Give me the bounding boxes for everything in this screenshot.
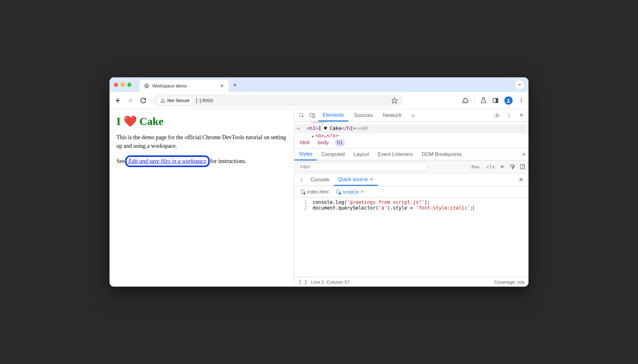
styles-filter-row: :hov .cls (294, 160, 528, 173)
dom-eq: == (356, 126, 361, 131)
heart-icon: ❤️ (123, 115, 137, 127)
minimize-window-button[interactable] (121, 83, 125, 87)
svg-point-28 (301, 179, 302, 180)
drawer-kebab-icon[interactable] (297, 175, 306, 185)
tab-quick-source[interactable]: Quick source ✕ (334, 174, 378, 186)
drawer-tabs: Console Quick source ✕ ✕ (294, 173, 528, 186)
format-braces-icon[interactable]: { } (299, 279, 307, 285)
svg-rect-23 (510, 165, 514, 166)
h1-prefix: I (116, 115, 123, 127)
expand-triangle-icon[interactable]: ▶ (312, 134, 314, 137)
device-toolbar-icon[interactable] (308, 111, 317, 120)
breadcrumb-html[interactable]: html (298, 139, 311, 146)
line-number: 2 (294, 205, 307, 211)
security-chip[interactable]: Not Secure (157, 97, 193, 104)
extensions-icon[interactable] (462, 97, 469, 104)
inspect-element-icon[interactable] (297, 111, 306, 120)
maximize-window-button[interactable] (127, 83, 131, 87)
content-area: I ❤️ Cake This is the demo page for the … (110, 109, 528, 287)
page-paragraph-1: This is the demo page for the official C… (116, 133, 287, 150)
devtools-kebab-icon[interactable] (504, 111, 514, 120)
tab-dom-breakpoints[interactable]: DOM Breakpoints (417, 149, 466, 160)
tabs-overflow-icon[interactable]: » (407, 110, 419, 121)
tab-sources[interactable]: Sources (350, 110, 377, 121)
code-editor[interactable]: 1 2 console.log('greetings from script.j… (294, 198, 528, 277)
drawer-close-icon[interactable]: ✕ (516, 176, 526, 183)
browser-toolbar: Not Secure [::]:8000 (110, 92, 528, 109)
more-dots-icon[interactable]: ⋯ (297, 125, 301, 132)
svg-rect-9 (496, 98, 498, 102)
new-tab-button[interactable]: ＋ (232, 81, 238, 89)
svg-rect-24 (512, 168, 513, 169)
toolbar-right-icons (462, 96, 524, 105)
file-icon (301, 190, 305, 194)
page-h1: I ❤️ Cake (116, 115, 287, 127)
traffic-lights (114, 83, 131, 87)
address-bar[interactable]: Not Secure [::]:8000 (152, 94, 403, 107)
tab-close-button[interactable]: ✕ (220, 83, 224, 89)
reload-button[interactable] (139, 97, 147, 104)
back-button[interactable] (114, 97, 122, 104)
cls-toggle[interactable]: .cls (484, 164, 495, 169)
p2-suffix: for instructions. (209, 158, 246, 164)
file-icon (336, 190, 341, 194)
svg-marker-5 (392, 98, 397, 103)
tab-close-icon[interactable]: ✕ (370, 177, 373, 182)
svg-point-12 (521, 100, 522, 101)
tab-computed[interactable]: Computed (317, 149, 349, 160)
url-text: [::]:8000 (196, 98, 213, 103)
workspace-link[interactable]: Edit and save files in a workspace (129, 158, 207, 164)
side-panel-icon[interactable] (492, 97, 499, 104)
tab-console[interactable]: Console (306, 174, 334, 185)
styles-overflow-icon[interactable]: » (519, 151, 528, 158)
tab-styles[interactable]: Styles (294, 149, 317, 160)
tab-search-button[interactable] (515, 80, 524, 89)
kebab-menu-icon[interactable] (518, 98, 524, 103)
tab-layout[interactable]: Layout (349, 149, 373, 160)
devtools-panel: Elements Sources Network » ✕ <body> (294, 109, 528, 287)
styles-filter-input[interactable] (297, 162, 428, 171)
globe-icon (144, 83, 149, 88)
tab-elements[interactable]: Elements (318, 110, 349, 121)
file-tab-script[interactable]: script.js ✕ (332, 187, 368, 196)
file-tab-close-icon[interactable]: ✕ (361, 189, 364, 194)
breadcrumb-body[interactable]: body (316, 139, 331, 146)
svg-point-20 (509, 116, 510, 117)
tab-network[interactable]: Network (378, 110, 406, 121)
dom-selected-row[interactable]: ⋯ <h1>I ♥ Cake</h1> == $0 (294, 124, 528, 133)
settings-gear-icon[interactable] (492, 111, 502, 120)
svg-point-17 (496, 114, 498, 116)
labs-icon[interactable] (480, 97, 487, 104)
close-window-button[interactable] (114, 83, 118, 87)
divider (474, 97, 475, 104)
devtools-close-icon[interactable]: ✕ (516, 111, 526, 120)
paint-icon[interactable] (509, 164, 515, 170)
svg-rect-16 (313, 114, 315, 118)
text-cursor (473, 205, 474, 211)
file-tab-index[interactable]: index.html (297, 187, 332, 196)
coverage-status: Coverage: n/a (494, 279, 524, 285)
tab-event-listeners[interactable]: Event Listeners (373, 149, 417, 160)
devtools-tabs: Elements Sources Network » ✕ (294, 109, 528, 122)
svg-rect-25 (520, 165, 525, 169)
breadcrumb-h1[interactable]: h1 (335, 139, 345, 146)
tab-quick-source-label: Quick source (338, 177, 368, 182)
p2-prefix: See (116, 158, 126, 164)
styles-controls: :hov .cls (469, 164, 525, 170)
bookmark-star-icon[interactable] (391, 97, 398, 104)
code-line-2: document.querySelector('a').style = 'fon… (313, 205, 474, 211)
svg-point-4 (163, 101, 163, 102)
browser-tab[interactable]: Workspace demo ✕ (140, 80, 229, 92)
forward-button[interactable] (127, 97, 134, 104)
computed-sidebar-icon[interactable] (520, 164, 525, 170)
svg-point-19 (509, 115, 510, 116)
dom-row-below: ▶<p>…</p> (294, 133, 528, 137)
profile-avatar[interactable] (504, 96, 513, 105)
file-tab-script-label: script.js (342, 189, 359, 194)
hov-toggle[interactable]: :hov (469, 164, 480, 169)
styles-tabs: Styles Computed Layout Event Listeners D… (294, 148, 528, 160)
link-highlight: Edit and save files in a workspace (125, 155, 210, 167)
new-style-rule-icon[interactable] (499, 164, 505, 170)
titlebar-right (515, 80, 524, 89)
code-line-1: console.log('greetings from script.js!')… (313, 199, 474, 205)
